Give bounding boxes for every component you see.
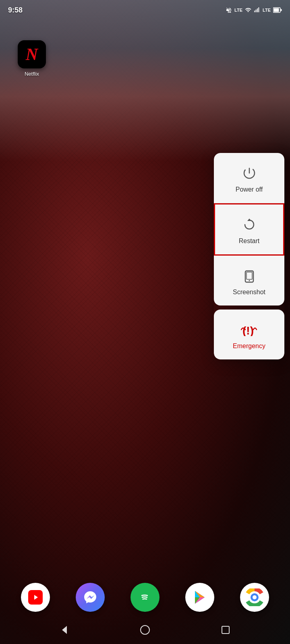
svg-marker-25 [62, 626, 67, 634]
status-icons: LTE LTE [226, 7, 282, 13]
power-menu: Power off Restart Screenshot [214, 153, 284, 359]
youtube-icon [28, 590, 43, 605]
playstore-app[interactable] [185, 583, 214, 612]
svg-rect-1 [256, 10, 257, 12]
emergency-label: Emergency [233, 343, 265, 350]
svg-rect-2 [257, 8, 258, 12]
screenshot-icon [240, 267, 258, 285]
power-menu-main: Power off Restart Screenshot [214, 153, 284, 305]
youtube-app[interactable] [21, 583, 50, 612]
restart-label: Restart [239, 237, 260, 245]
lte-call-icon: LTE [234, 8, 242, 12]
home-button[interactable] [135, 620, 155, 640]
svg-marker-9 [247, 219, 251, 221]
messenger-app[interactable] [76, 583, 105, 612]
wifi-icon [245, 7, 251, 13]
netflix-logo: N [26, 46, 38, 63]
emergency-button[interactable]: (!) Emergency [214, 310, 284, 359]
status-bar: 9:58 LTE LTE [0, 0, 290, 20]
svg-rect-5 [274, 8, 279, 12]
svg-point-24 [253, 595, 257, 599]
svg-rect-0 [254, 10, 255, 12]
power-off-label: Power off [236, 186, 263, 193]
lte-signal-icon: LTE [263, 8, 271, 12]
mute-icon [226, 7, 232, 13]
status-time: 9:58 [8, 6, 23, 14]
messenger-icon [83, 590, 98, 605]
netflix-label: Netflix [25, 71, 39, 77]
spotify-icon [137, 589, 153, 605]
restart-icon [240, 216, 258, 233]
restart-button[interactable]: Restart [214, 203, 284, 256]
chrome-app[interactable] [240, 583, 269, 612]
svg-point-12 [249, 280, 250, 281]
playstore-icon [192, 589, 208, 605]
back-button[interactable] [54, 620, 75, 640]
svg-point-26 [141, 625, 149, 634]
recents-button[interactable] [215, 620, 236, 640]
svg-rect-3 [258, 7, 259, 12]
dock [0, 583, 290, 612]
svg-marker-14 [34, 595, 38, 600]
emergency-icon: (!) [240, 321, 258, 339]
svg-rect-11 [246, 272, 252, 279]
svg-rect-6 [281, 9, 282, 11]
screenshot-button[interactable]: Screenshot [214, 256, 284, 305]
netflix-app[interactable]: N Netflix [18, 40, 46, 77]
netflix-icon: N [18, 40, 46, 68]
power-off-button[interactable]: Power off [214, 153, 284, 203]
spotify-app[interactable] [130, 583, 160, 612]
svg-text:(!): (!) [242, 324, 254, 336]
signal-icon [254, 7, 260, 13]
nav-bar [0, 616, 290, 644]
svg-rect-27 [222, 626, 229, 634]
chrome-icon [246, 588, 263, 606]
emergency-section: (!) Emergency [214, 310, 284, 359]
power-off-icon [240, 164, 258, 182]
battery-icon [273, 7, 282, 13]
screenshot-label: Screenshot [233, 289, 265, 296]
